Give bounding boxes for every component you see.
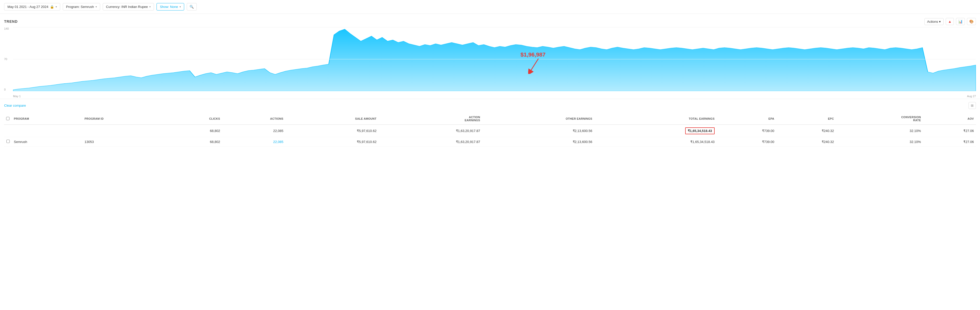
col-header-clicks[interactable]: CLICKS — [167, 113, 222, 125]
chart-title: TREND — [4, 19, 18, 24]
col-header-aov[interactable]: AOV — [923, 113, 976, 125]
date-range-label: May 01 2021 - Aug 27 2024 — [8, 5, 48, 9]
clear-compare-link[interactable]: Clear compare — [4, 104, 26, 108]
totals-action-earnings: ₹1,63,20,917.87 — [379, 125, 482, 137]
table-wrapper: PROGRAM PROGRAM ID CLICKS ACTIONS SALE A… — [4, 113, 976, 147]
chart-actions: Actions ▾ ▲ 📊 🎨 — [924, 18, 976, 25]
annotation-container: $1,96,987 — [520, 51, 546, 58]
col-header-total-earnings[interactable]: TOTAL EARNINGS — [594, 113, 717, 125]
table-row: Semrush 13053 68,802 22,085 ₹5,97,610.62… — [4, 137, 976, 147]
row-checkbox[interactable] — [6, 140, 10, 143]
row-epc: ₹240.32 — [776, 137, 836, 147]
table-section: Clear compare ⊞ PROGRAM PROGRAM ID CLICK… — [0, 99, 980, 150]
gridline-top — [13, 27, 976, 27]
col-header-conversion-rate[interactable]: CONVERSIONRATE — [836, 113, 923, 125]
currency-label: Currency: INR Indian Rupee — [106, 5, 148, 9]
program-chevron-icon: ▾ — [95, 5, 97, 8]
program-label: Program: Semrush — [66, 5, 94, 9]
currency-filter[interactable]: Currency: INR Indian Rupee ▾ — [103, 3, 154, 11]
chart-area: $1,96,987 — [13, 27, 976, 91]
svg-line-0 — [530, 59, 538, 73]
row-actions-link[interactable]: 22,085 — [273, 140, 283, 144]
totals-program — [12, 125, 83, 137]
chart-type-color-button[interactable]: 🎨 — [967, 18, 976, 25]
show-filter[interactable]: Show: None ▾ — [156, 3, 184, 11]
row-total-earnings: ₹1,65,34,518.43 — [594, 137, 717, 147]
annotation-arrow-svg — [528, 59, 549, 74]
date-chevron-icon: ▾ — [56, 5, 57, 8]
date-range-filter[interactable]: May 01 2021 - Aug 27 2024 🔒 ▾ — [4, 3, 60, 11]
row-conversion-rate: 32.10% — [836, 137, 923, 147]
y-label-140: 140 — [4, 27, 13, 30]
totals-epa: ₹739.00 — [717, 125, 776, 137]
row-clicks: 68,802 — [167, 137, 222, 147]
actions-button[interactable]: Actions ▾ — [924, 18, 944, 25]
totals-total-earnings-value: ₹1,65,34,518.43 — [685, 127, 714, 134]
totals-epc: ₹240.32 — [776, 125, 836, 137]
col-header-epa[interactable]: EPA — [717, 113, 776, 125]
program-filter[interactable]: Program: Semrush ▾ — [63, 3, 100, 11]
col-header-epc[interactable]: EPC — [776, 113, 836, 125]
totals-sale-amount: ₹5,97,610.62 — [285, 125, 379, 137]
totals-total-earnings: ₹1,65,34,518.43 — [594, 125, 717, 137]
column-settings-icon: ⊞ — [971, 104, 974, 108]
actions-chevron-icon: ▾ — [939, 20, 941, 24]
currency-chevron-icon: ▾ — [150, 5, 151, 8]
totals-conversion-rate: 32.10% — [836, 125, 923, 137]
row-checkbox-cell[interactable] — [4, 137, 12, 147]
top-bar: May 01 2021 - Aug 27 2024 🔒 ▾ Program: S… — [0, 0, 980, 14]
header-checkbox-cell — [4, 113, 12, 125]
row-program: Semrush — [12, 137, 83, 147]
totals-other-earnings: ₹2,13,600.56 — [482, 125, 594, 137]
chart-section: TREND Actions ▾ ▲ 📊 🎨 140 70 0 — [0, 14, 980, 99]
show-label: Show: None — [160, 5, 178, 9]
chart-type-area-button[interactable]: ▲ — [946, 18, 954, 25]
annotation-value: $1,96,987 — [520, 51, 546, 58]
totals-program-id — [83, 125, 167, 137]
chart-type-bar-button[interactable]: 📊 — [956, 18, 965, 25]
actions-label: Actions — [927, 20, 938, 24]
totals-actions: 22,085 — [222, 125, 285, 137]
row-actions: 22,085 — [222, 137, 285, 147]
select-all-checkbox[interactable] — [6, 117, 10, 120]
data-table: PROGRAM PROGRAM ID CLICKS ACTIONS SALE A… — [4, 113, 976, 147]
row-action-earnings: ₹1,63,20,917.87 — [379, 137, 482, 147]
row-epa: ₹739.00 — [717, 137, 776, 147]
chart-container: 140 70 0 $1,96,987 — [4, 27, 976, 99]
row-program-id: 13053 — [83, 137, 167, 147]
col-header-actions[interactable]: ACTIONS — [222, 113, 285, 125]
row-other-earnings: ₹2,13,600.56 — [482, 137, 594, 147]
table-header-row: PROGRAM PROGRAM ID CLICKS ACTIONS SALE A… — [4, 113, 976, 125]
show-chevron-icon: ▾ — [180, 5, 181, 8]
x-label-start: May 1 — [13, 95, 21, 98]
y-label-70: 70 — [4, 57, 13, 61]
row-aov: ₹27.06 — [923, 137, 976, 147]
col-header-other-earnings[interactable]: OTHER EARNINGS — [482, 113, 594, 125]
chart-header: TREND Actions ▾ ▲ 📊 🎨 — [4, 18, 976, 25]
col-header-sale-amount[interactable]: SALE AMOUNT — [285, 113, 379, 125]
chart-x-labels: May 1 Aug 27 — [13, 93, 976, 99]
col-header-action-earnings[interactable]: ACTIONEARNINGS — [379, 113, 482, 125]
col-header-program-id[interactable]: PROGRAM ID — [83, 113, 167, 125]
chart-y-labels: 140 70 0 — [4, 27, 13, 91]
lock-icon: 🔒 — [50, 5, 54, 9]
column-settings-button[interactable]: ⊞ — [969, 102, 976, 109]
totals-checkbox-cell — [4, 125, 12, 137]
y-label-0: 0 — [4, 88, 13, 91]
totals-aov: ₹27.06 — [923, 125, 976, 137]
x-label-end: Aug 27 — [967, 95, 976, 98]
row-sale-amount: ₹5,97,610.62 — [285, 137, 379, 147]
totals-row: 68,802 22,085 ₹5,97,610.62 ₹1,63,20,917.… — [4, 125, 976, 137]
search-icon: 🔍 — [189, 5, 194, 9]
col-header-program[interactable]: PROGRAM — [12, 113, 83, 125]
search-button[interactable]: 🔍 — [187, 3, 197, 11]
totals-clicks: 68,802 — [167, 125, 222, 137]
